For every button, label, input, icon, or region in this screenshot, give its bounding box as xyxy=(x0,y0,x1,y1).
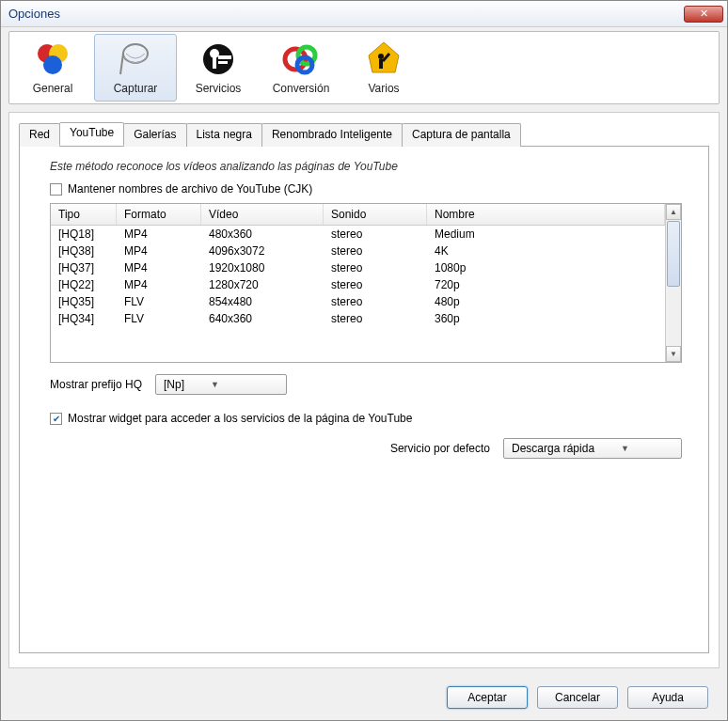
tab-content-youtube: Este método reconoce los vídeos analizan… xyxy=(19,146,709,653)
cancel-button[interactable]: Cancelar xyxy=(537,686,618,709)
service-value: Descarga rápida xyxy=(512,442,594,455)
svg-rect-8 xyxy=(218,61,228,64)
category-toolbar: General Capturar Servicios Conversión Va… xyxy=(8,31,720,104)
ok-button[interactable]: Aceptar xyxy=(447,686,528,709)
tab-galerias[interactable]: Galerías xyxy=(123,123,186,147)
tab-red[interactable]: Red xyxy=(19,123,60,147)
table-row[interactable]: [HQ18]MP4480x360stereoMedium xyxy=(51,226,665,243)
youtube-description: Este método reconoce los vídeos analizan… xyxy=(50,160,691,173)
scroll-thumb[interactable] xyxy=(667,221,680,287)
prefix-label: Mostrar prefijo HQ xyxy=(50,378,142,391)
toolbar-label: Conversión xyxy=(273,82,330,95)
table-scrollbar[interactable]: ▲ ▼ xyxy=(665,204,681,362)
servicios-icon xyxy=(199,40,237,78)
close-button[interactable]: ✕ xyxy=(684,6,723,23)
toolbar-label: General xyxy=(33,82,73,95)
col-video[interactable]: Vídeo xyxy=(201,204,324,225)
toolbar-label: Servicios xyxy=(196,82,242,95)
toolbar-capturar[interactable]: Capturar xyxy=(94,34,177,102)
svg-point-5 xyxy=(210,49,219,58)
table-row[interactable]: [HQ22]MP41280x720stereo720p xyxy=(51,276,665,293)
table-header: Tipo Formato Vídeo Sonido Nombre xyxy=(51,204,665,226)
prefix-value: [Np] xyxy=(164,378,184,391)
col-tipo[interactable]: Tipo xyxy=(51,204,117,225)
dialog-buttons: Aceptar Cancelar Ayuda xyxy=(447,686,708,709)
svg-rect-7 xyxy=(218,55,231,59)
capturar-icon xyxy=(117,40,154,78)
formats-table: Tipo Formato Vídeo Sonido Nombre [HQ18]M… xyxy=(50,203,682,363)
widget-label: Mostrar widget para acceder a los servic… xyxy=(68,412,412,425)
table-row[interactable]: [HQ35]FLV854x480stereo480p xyxy=(51,293,665,310)
conversion-icon xyxy=(282,40,320,78)
tab-renombrado[interactable]: Renombrado Inteligente xyxy=(261,123,403,147)
titlebar: Opciones ✕ xyxy=(1,1,727,27)
scroll-track[interactable] xyxy=(666,288,681,346)
prefix-combo[interactable]: [Np] ▼ xyxy=(155,374,287,395)
table-row[interactable]: [HQ34]FLV640x360stereo360p xyxy=(51,310,665,327)
scroll-up-icon[interactable]: ▲ xyxy=(666,204,681,220)
general-icon xyxy=(34,40,71,78)
toolbar-servicios[interactable]: Servicios xyxy=(177,34,260,102)
options-dialog: Opciones ✕ General Capturar Servicios xyxy=(0,0,728,721)
help-button[interactable]: Ayuda xyxy=(627,686,708,709)
chevron-down-icon: ▼ xyxy=(207,380,223,389)
toolbar-general[interactable]: General xyxy=(11,34,94,102)
keep-names-label: Mantener nombres de archivo de YouTube (… xyxy=(68,182,312,196)
window-title: Opciones xyxy=(8,7,60,21)
content-panel: Red YouTube Galerías Lista negra Renombr… xyxy=(8,112,720,668)
toolbar-label: Varios xyxy=(368,82,399,95)
service-combo[interactable]: Descarga rápida ▼ xyxy=(503,438,682,459)
col-sonido[interactable]: Sonido xyxy=(324,204,427,225)
chevron-down-icon: ▼ xyxy=(617,444,633,453)
table-row[interactable]: [HQ37]MP41920x1080stereo1080p xyxy=(51,259,665,276)
service-label: Servicio por defecto xyxy=(390,442,490,455)
tab-strip: Red YouTube Galerías Lista negra Renombr… xyxy=(19,122,709,146)
tab-lista-negra[interactable]: Lista negra xyxy=(186,123,262,147)
tab-youtube[interactable]: YouTube xyxy=(59,122,124,146)
svg-point-12 xyxy=(378,54,384,59)
col-nombre[interactable]: Nombre xyxy=(427,204,665,225)
keep-names-checkbox[interactable] xyxy=(50,183,62,196)
scroll-down-icon[interactable]: ▼ xyxy=(666,346,681,362)
svg-rect-13 xyxy=(379,59,383,69)
widget-checkbox[interactable]: ✔ xyxy=(50,413,62,425)
tab-captura[interactable]: Captura de pantalla xyxy=(402,123,521,147)
svg-rect-6 xyxy=(213,57,216,69)
col-formato[interactable]: Formato xyxy=(117,204,201,225)
svg-point-2 xyxy=(43,55,62,74)
close-icon: ✕ xyxy=(700,8,708,20)
toolbar-conversion[interactable]: Conversión xyxy=(260,34,342,102)
table-row[interactable]: [HQ38]MP44096x3072stereo4K xyxy=(51,243,665,259)
varios-icon xyxy=(365,40,403,78)
toolbar-varios[interactable]: Varios xyxy=(342,34,425,102)
toolbar-label: Capturar xyxy=(114,82,158,95)
